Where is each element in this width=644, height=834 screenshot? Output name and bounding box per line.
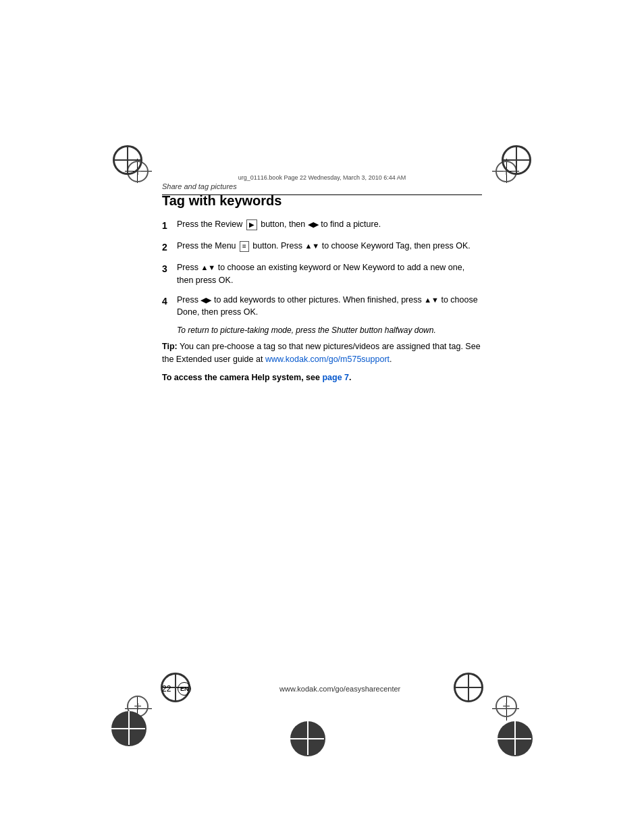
step-2-num: 2	[162, 240, 177, 255]
footer-area: 22 EN www.kodak.com/go/easysharecenter	[162, 682, 482, 696]
content-area: Share and tag pictures Tag with keywords…	[162, 182, 482, 699]
lr-arrows-icon-4: ◀▶	[200, 294, 211, 306]
step-2: 2 Press the Menu ≡ button. Press ▲▼ to c…	[162, 240, 482, 255]
tip-link[interactable]: www.kodak.com/go/m575support	[265, 355, 390, 364]
reg-circle-top-left	[113, 145, 142, 175]
tip-label: Tip:	[162, 342, 178, 351]
big-circle-bottom-mid	[290, 721, 325, 756]
page-number: 22	[162, 684, 171, 694]
step-1-content: Press the Review ▶ button, then ◀▶ to fi…	[177, 218, 482, 233]
tip-paragraph: Tip: You can pre-choose a tag so that ne…	[162, 340, 482, 366]
section-title: Tag with keywords	[162, 193, 482, 209]
lr-arrows-icon: ◀▶	[308, 219, 319, 230]
section-label: Share and tag pictures	[162, 182, 482, 190]
en-badge: EN	[178, 682, 191, 696]
access-text-after: .	[349, 373, 351, 382]
step-3-content: Press ▲▼ to choose an existing keyword o…	[177, 261, 482, 287]
reg-mark-bottom-right	[495, 696, 517, 717]
menu-button-icon: ≡	[240, 241, 249, 252]
step-4-num: 4	[162, 294, 177, 319]
step-1: 1 Press the Review ▶ button, then ◀▶ to …	[162, 218, 482, 233]
big-circle-bottom-left	[111, 711, 146, 746]
steps-list: 1 Press the Review ▶ button, then ◀▶ to …	[162, 218, 482, 319]
updown-arrows-icon-2: ▲▼	[304, 240, 319, 252]
big-circle-bottom-right	[498, 721, 533, 756]
reg-circle-top-right	[502, 145, 531, 175]
step-3: 3 Press ▲▼ to choose an existing keyword…	[162, 261, 482, 287]
step-2-content: Press the Menu ≡ button. Press ▲▼ to cho…	[177, 240, 482, 255]
page: urg_01116.book Page 22 Wednesday, March …	[0, 0, 644, 834]
step-3-num: 3	[162, 261, 177, 287]
access-text-before: To access the camera Help system, see	[162, 373, 320, 382]
step-4-content: Press ◀▶ to add keywords to other pictur…	[177, 294, 482, 319]
access-line: To access the camera Help system, see pa…	[162, 373, 482, 382]
tip-link-suffix: .	[390, 355, 392, 364]
file-info: urg_01116.book Page 22 Wednesday, March …	[162, 174, 482, 181]
updown-arrows-icon-4: ▲▼	[424, 294, 439, 306]
italic-note: To return to picture-taking mode, press …	[162, 325, 482, 335]
step-4: 4 Press ◀▶ to add keywords to other pict…	[162, 294, 482, 319]
footer-url: www.kodak.com/go/easysharecenter	[198, 685, 482, 693]
step-1-num: 1	[162, 218, 177, 233]
review-button-icon: ▶	[246, 219, 257, 230]
access-link[interactable]: page 7	[322, 373, 349, 382]
updown-arrows-icon-3: ▲▼	[200, 262, 215, 273]
